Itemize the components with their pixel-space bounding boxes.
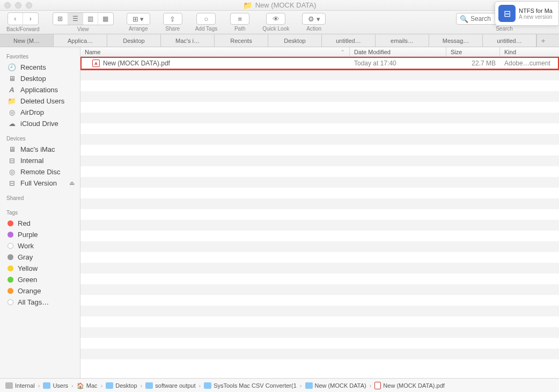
- sidebar-item-label: Internal: [20, 157, 43, 165]
- tab-0[interactable]: New (M…: [0, 34, 54, 47]
- tag-dot-icon: [8, 299, 13, 305]
- path-separator-icon: ›: [70, 382, 75, 389]
- close-window-button[interactable]: [4, 2, 11, 9]
- view-gallery-button[interactable]: ▦: [98, 13, 113, 25]
- sidebar-tag-all[interactable]: All Tags…: [0, 297, 80, 308]
- tab-1[interactable]: Applica…: [54, 34, 107, 47]
- sort-indicator-icon: ⌃: [341, 49, 345, 55]
- tab-3[interactable]: Mac's i…: [161, 34, 215, 47]
- sidebar-tag-work[interactable]: Work: [0, 240, 80, 252]
- sidebar-item-label: Yellow: [18, 264, 38, 272]
- tab-9[interactable]: untitled…: [483, 34, 536, 47]
- search-icon: 🔍: [460, 15, 468, 23]
- empty-row: [80, 156, 559, 166]
- zoom-window-button[interactable]: [26, 2, 32, 9]
- column-header-date[interactable]: Date Modified: [350, 47, 446, 56]
- notification-app-icon: ⊟: [498, 5, 516, 22]
- search-label: Search: [496, 26, 513, 32]
- column-header-size[interactable]: Size: [446, 47, 500, 56]
- path-segment-users[interactable]: Users: [43, 382, 68, 389]
- sidebar-item-airdrop[interactable]: ◎AirDrop: [0, 107, 80, 118]
- file-row[interactable]: ANew (MOCK DATA).pdf Today at 17:40 22.7…: [80, 57, 559, 70]
- sidebar-item-label: Orange: [18, 287, 41, 295]
- sidebar-tag-red[interactable]: Red: [0, 218, 80, 229]
- sidebar: Favorites 🕘Recents 🖥Desktop AApplication…: [0, 47, 80, 378]
- empty-row: [80, 220, 559, 231]
- view-list-button[interactable]: ☰: [68, 13, 83, 25]
- pdf-icon: A: [92, 60, 100, 67]
- tab-4[interactable]: Recents: [215, 34, 268, 47]
- content-area: Name⌃ Date Modified Size Kind ANew (MOCK…: [80, 47, 559, 378]
- path-segment-mac[interactable]: 🏠Mac: [77, 382, 98, 389]
- tag-dot-icon: [8, 288, 13, 294]
- notification-subtitle: A new version: [519, 14, 553, 20]
- path-group: ≡ Path: [230, 13, 249, 32]
- path-segment-desktop[interactable]: Desktop: [106, 382, 137, 389]
- folder-icon: 📁: [243, 1, 252, 10]
- minimize-window-button[interactable]: [15, 2, 21, 9]
- sidebar-tag-yellow[interactable]: Yellow: [0, 263, 80, 274]
- path-segment-internal[interactable]: Internal: [5, 382, 35, 389]
- window-title: 📁 New (MOCK DATA): [243, 1, 317, 10]
- sidebar-item-label: All Tags…: [18, 298, 49, 306]
- sidebar-tag-purple[interactable]: Purple: [0, 229, 80, 240]
- share-group: ⇪ Share: [163, 13, 182, 32]
- arrange-button[interactable]: ⊞ ▾: [127, 13, 150, 25]
- sidebar-tag-gray[interactable]: Gray: [0, 252, 80, 263]
- column-header-kind[interactable]: Kind: [500, 47, 559, 56]
- applications-icon: A: [8, 86, 16, 94]
- empty-row: [80, 113, 559, 123]
- empty-row: [80, 188, 559, 198]
- sidebar-tag-orange[interactable]: Orange: [0, 285, 80, 297]
- folder-icon: [204, 382, 211, 389]
- sidebar-item-internal[interactable]: ⊟Internal: [0, 155, 80, 166]
- path-separator-icon: ›: [37, 382, 41, 389]
- view-icons-button[interactable]: ⊞: [53, 13, 68, 25]
- sidebar-item-deleted-users[interactable]: 📁Deleted Users: [0, 95, 80, 107]
- sidebar-item-label: Green: [18, 276, 37, 284]
- sidebar-item-full-version[interactable]: ⊟Full Version: [0, 177, 80, 189]
- back-button[interactable]: ‹: [8, 13, 23, 25]
- empty-row: [80, 145, 559, 156]
- path-label: Users: [53, 382, 68, 389]
- pdf-icon: [374, 382, 381, 389]
- quick-look-button[interactable]: 👁: [266, 13, 285, 25]
- sidebar-item-icloud-drive[interactable]: ☁iCloud Drive: [0, 118, 80, 129]
- sidebar-tag-green[interactable]: Green: [0, 274, 80, 285]
- path-segment-new-mock-data[interactable]: New (MOCK DATA): [305, 382, 366, 389]
- tab-2[interactable]: Desktop: [107, 34, 161, 47]
- sidebar-item-recents[interactable]: 🕘Recents: [0, 62, 80, 73]
- sidebar-item-remote-disc[interactable]: ◎Remote Disc: [0, 166, 80, 177]
- view-label: View: [77, 26, 89, 32]
- tab-8[interactable]: Messag…: [429, 34, 483, 47]
- path-segment-software-output[interactable]: software output: [145, 382, 195, 389]
- empty-row: [80, 273, 559, 284]
- sidebar-item-label: Recents: [20, 63, 46, 71]
- column-header-name[interactable]: Name⌃: [80, 47, 350, 56]
- sidebar-tags-header: Tags: [0, 208, 80, 218]
- action-button[interactable]: ⚙ ▾: [302, 13, 326, 25]
- sidebar-item-applications[interactable]: AApplications: [0, 84, 80, 95]
- share-button[interactable]: ⇪: [163, 13, 182, 25]
- sidebar-item-macs-imac[interactable]: 🖥Mac's iMac: [0, 144, 80, 155]
- notification-banner[interactable]: ⊟ NTFS for Ma A new version: [495, 1, 559, 26]
- folder-icon: [305, 382, 313, 389]
- tab-7[interactable]: emails…: [376, 34, 429, 47]
- add-tags-button[interactable]: ○: [196, 13, 216, 25]
- tab-6[interactable]: untitled…: [322, 34, 376, 47]
- tab-5[interactable]: Desktop: [268, 34, 322, 47]
- path-separator-icon: ›: [197, 382, 202, 389]
- forward-button[interactable]: ›: [23, 13, 38, 25]
- empty-row: [80, 349, 559, 359]
- path-segment-systools[interactable]: SysTools Mac CSV Converter(1: [204, 382, 297, 389]
- sidebar-item-label: Deleted Users: [20, 97, 64, 105]
- sidebar-item-desktop[interactable]: 🖥Desktop: [0, 73, 80, 84]
- action-group: ⚙ ▾ Action: [302, 13, 326, 32]
- path-segment-file[interactable]: New (MOCK DATA).pdf: [374, 382, 445, 389]
- disk-icon: [5, 382, 13, 389]
- empty-row: [80, 295, 559, 306]
- arrange-label: Arrange: [129, 26, 148, 32]
- view-columns-button[interactable]: ▥: [83, 13, 98, 25]
- new-tab-button[interactable]: ＋: [536, 34, 549, 47]
- path-button[interactable]: ≡: [230, 13, 249, 25]
